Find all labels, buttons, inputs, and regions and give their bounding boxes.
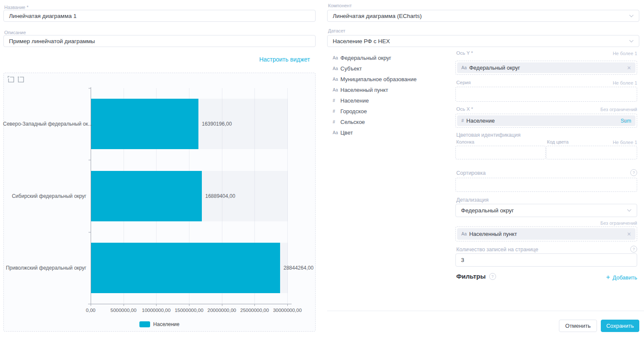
number-type-icon: # (461, 118, 464, 123)
x-axis-tag-label: Население (467, 118, 495, 124)
x-axis-tick-label: 25000000,00 (237, 308, 272, 313)
y-axis-tag[interactable]: Aa Федеральный округ ✕ (457, 62, 635, 73)
x-axis-field[interactable]: # Население Sum ✕ (455, 114, 637, 128)
text-type-icon: Aa (333, 66, 340, 71)
text-type-icon: Aa (461, 232, 467, 236)
dataset-field-label: Население (340, 97, 369, 104)
sorting-help-icon[interactable]: ? (630, 169, 637, 176)
x-axis-line (88, 304, 292, 304)
x-axis-tick-label: 20000000,00 (205, 308, 239, 313)
filters-help-icon[interactable]: ? (489, 273, 496, 280)
dataset-field-label: Населенный пункт (340, 87, 388, 93)
detailing-field[interactable]: Aa Населенный пункт ✕ (455, 226, 637, 241)
text-type-icon: Aa (333, 77, 340, 82)
dataset-field-item[interactable]: AaФедеральный округ (333, 55, 452, 61)
x-axis-limit: Без ограничений (600, 107, 637, 112)
plus-icon: + (606, 274, 610, 281)
widget-editor: Название * Описание Настроить виджет 0,0… (0, 0, 644, 338)
bar[interactable] (91, 171, 202, 221)
bar-value-label: 28844264,00 (284, 265, 313, 271)
description-input[interactable] (3, 35, 316, 47)
x-axis-tick-label: 0,00 (74, 308, 108, 313)
category-label: Приволжский федеральный округ (3, 265, 86, 271)
filters-header: Фильтры ? (456, 273, 496, 280)
detailing-value: Федеральный округ (461, 207, 514, 214)
series-limit: Не более 1 (613, 80, 637, 85)
x-axis-tick-label: 15000000,00 (172, 308, 206, 313)
remove-tag-icon[interactable]: ✕ (627, 232, 631, 237)
axes-config: Ось Y * Не более 1 Aa Федеральный округ … (455, 0, 637, 312)
detailing-tag-label: Населенный пункт (469, 231, 517, 237)
sorting-field[interactable] (455, 178, 637, 192)
series-field[interactable] (455, 87, 637, 102)
cancel-button[interactable]: Отменить (559, 320, 597, 332)
dataset-field-label: Сельское (340, 119, 365, 125)
x-axis-tick-label: 5000000,00 (106, 308, 141, 313)
text-type-icon: Aa (461, 65, 467, 70)
detailing-label: Детализация (456, 197, 488, 203)
dataset-field-item[interactable]: AaЦвет (333, 129, 452, 135)
dataset-field-label: Цвет (340, 129, 353, 136)
add-filter-label: Добавить (613, 274, 637, 281)
color-identification-limit: Не более 1 (613, 140, 637, 145)
text-type-icon: Aa (333, 130, 340, 135)
detailing-select[interactable]: Федеральный округ (455, 204, 637, 217)
dataset-field-label: Городское (340, 108, 367, 115)
dataset-value: Население РФ с HEX (333, 38, 390, 44)
dataset-field-label: Муниципальное образование (340, 76, 417, 82)
dataset-field-item[interactable]: AaНаселенный пункт (333, 87, 452, 93)
dataset-field-item[interactable]: #Городское (333, 108, 452, 114)
y-axis-line (91, 87, 91, 305)
bar-value-label: 16889404,00 (205, 193, 235, 199)
legend-label: Население (153, 321, 179, 327)
y-axis-limit: Не более 1 (613, 51, 637, 56)
detailing-tag[interactable]: Aa Населенный пункт ✕ (457, 228, 635, 240)
bar[interactable] (91, 99, 198, 149)
color-identification-label: Цветовая идентификация (456, 132, 520, 138)
add-filter-button[interactable]: + Добавить (606, 274, 637, 281)
x-axis-tag[interactable]: # Население Sum ✕ (457, 115, 635, 126)
y-axis-field[interactable]: Aa Федеральный округ ✕ (455, 61, 637, 75)
text-type-icon: Aa (333, 88, 340, 92)
dataset-field-item[interactable]: #Сельское (333, 119, 452, 125)
category-label: Северо-Западный федеральный ок... (3, 121, 86, 127)
bar-value-label: 16390196,00 (202, 121, 232, 127)
component-label: Компонент (328, 3, 352, 8)
settings-panel: Компонент Линейчатая диаграмма (ECharts)… (327, 0, 644, 338)
bar[interactable] (91, 243, 280, 293)
records-per-page-input[interactable] (455, 253, 637, 267)
dataset-field-item[interactable]: AaСубъект (333, 65, 452, 71)
dataset-fields-list: AaФедеральный округAaСубъектAaМуниципаль… (333, 55, 452, 140)
color-code-label: Код цвета (547, 139, 569, 144)
records-help-icon[interactable]: ? (630, 246, 637, 253)
dataset-field-item[interactable]: #Население (333, 97, 452, 103)
configure-widget-link[interactable]: Настроить виджет (259, 56, 310, 63)
number-type-icon: # (333, 98, 340, 103)
filters-label: Фильтры (456, 273, 486, 280)
dataset-field-item[interactable]: AaМуниципальное образование (333, 76, 452, 82)
x-axis-tick-label: 30000000,00 (270, 308, 304, 313)
bar-chart: 0,005000000,0010000000,0015000000,002000… (4, 73, 316, 332)
number-type-icon: # (333, 109, 340, 114)
y-axis-tag-label: Федеральный округ (469, 65, 520, 71)
name-input[interactable] (3, 10, 316, 22)
color-column-field[interactable] (455, 146, 546, 159)
records-per-page-label: Количество записей на странице (456, 247, 538, 253)
footer-divider (327, 311, 644, 311)
chart-legend[interactable]: Население (4, 321, 315, 327)
legend-marker (139, 321, 150, 327)
text-type-icon: Aa (333, 56, 340, 60)
component-value: Линейчатая диаграмма (ECharts) (333, 13, 422, 19)
color-code-field[interactable] (546, 146, 637, 159)
save-button[interactable]: Сохранить (601, 320, 639, 332)
remove-tag-icon[interactable]: ✕ (623, 118, 627, 123)
color-column-label: Колонка (456, 139, 474, 144)
y-axis-label: Ось Y * (456, 50, 473, 56)
sorting-label: Сортировка (456, 170, 486, 176)
x-axis-label: Ось X * (456, 106, 473, 112)
widget-preview: 0,005000000,0010000000,0015000000,002000… (3, 73, 316, 332)
remove-tag-icon[interactable]: ✕ (627, 65, 631, 71)
dataset-field-label: Федеральный округ (340, 55, 391, 61)
series-label: Серия (456, 80, 471, 85)
category-label: Сибирский федеральный округ (3, 193, 86, 199)
